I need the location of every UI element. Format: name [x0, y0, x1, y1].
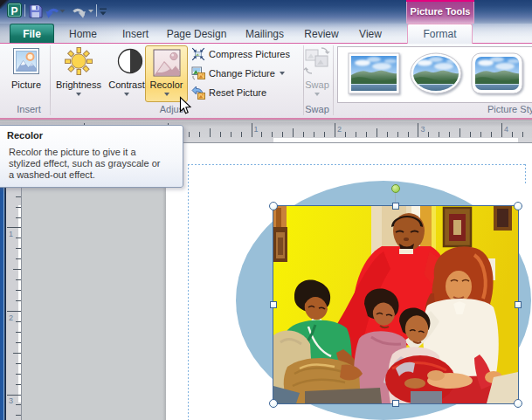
svg-text:3: 3: [421, 125, 425, 134]
svg-text:3: 3: [9, 396, 13, 405]
svg-text:P: P: [10, 5, 17, 17]
svg-text:2: 2: [9, 313, 13, 322]
svg-text:1: 1: [9, 230, 13, 238]
svg-text:2: 2: [337, 125, 342, 134]
svg-text:4: 4: [504, 125, 508, 134]
svg-text:1: 1: [254, 125, 259, 134]
